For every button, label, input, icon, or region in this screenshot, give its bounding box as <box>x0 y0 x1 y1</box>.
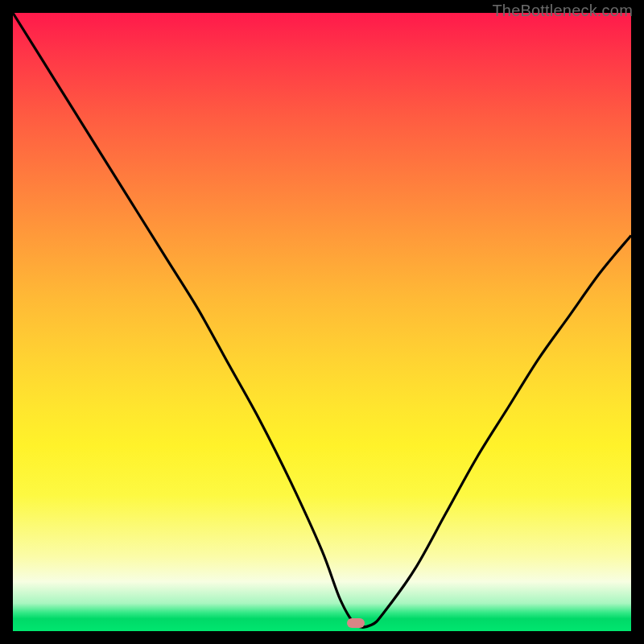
optimum-marker <box>347 618 365 628</box>
chart-plot-area <box>13 13 631 631</box>
watermark-text: TheBottleneck.com <box>492 2 633 20</box>
curve-line <box>13 13 631 627</box>
bottleneck-curve <box>13 13 631 631</box>
